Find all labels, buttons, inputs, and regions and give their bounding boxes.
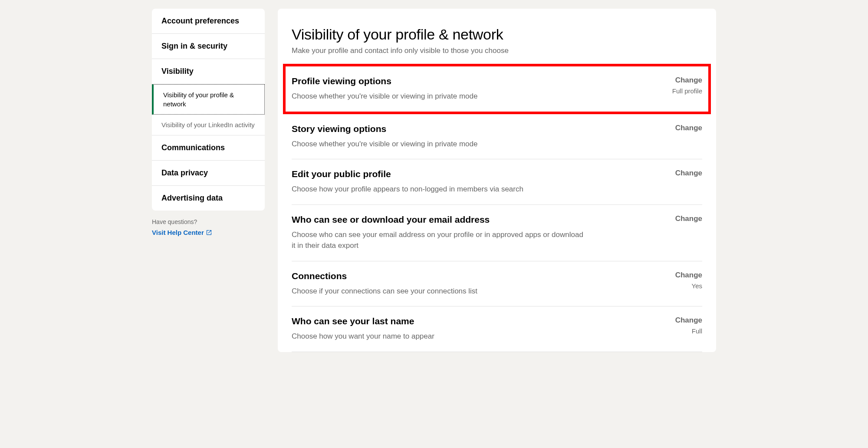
setting-email-address-visibility[interactable]: Who can see or download your email addre…: [292, 205, 702, 261]
setting-right: Change: [659, 124, 702, 135]
status-value: Full: [692, 327, 702, 335]
setting-left: Connections Choose if your connections c…: [292, 271, 659, 297]
sidebar-item-advertising-data[interactable]: Advertising data: [152, 186, 265, 211]
help-center-link[interactable]: Visit Help Center: [152, 229, 212, 236]
setting-title: Edit your public profile: [292, 169, 641, 179]
setting-left: Who can see or download your email addre…: [292, 214, 659, 251]
change-link[interactable]: Change: [659, 316, 702, 325]
status-value: Full profile: [672, 87, 702, 95]
sidebar-sub-visibility-profile-network[interactable]: Visibility of your profile & network: [152, 84, 265, 115]
setting-edit-public-profile[interactable]: Edit your public profile Choose how your…: [292, 159, 702, 205]
help-question-text: Have questions?: [152, 218, 265, 225]
change-link[interactable]: Change: [659, 124, 702, 132]
page-title: Visibility of your profile & network: [292, 26, 702, 43]
setting-title: Who can see your last name: [292, 316, 641, 326]
sidebar-card: Account preferences Sign in & security V…: [152, 9, 265, 211]
page-subtitle: Make your profile and contact info only …: [292, 46, 702, 55]
main-content: Visibility of your profile & network Mak…: [278, 9, 716, 352]
sidebar-item-account-preferences[interactable]: Account preferences: [152, 9, 265, 34]
sidebar-item-visibility[interactable]: Visibility: [152, 59, 265, 84]
external-link-icon: [206, 229, 212, 236]
help-center-link-label: Visit Help Center: [152, 229, 204, 236]
sidebar-item-communications[interactable]: Communications: [152, 135, 265, 161]
setting-right: Change: [659, 214, 702, 226]
setting-desc: Choose how your profile appears to non-l…: [292, 184, 587, 195]
setting-right: Change Full: [659, 316, 702, 335]
setting-right: Change: [659, 169, 702, 180]
setting-title: Story viewing options: [292, 124, 641, 134]
setting-desc: Choose whether you're visible or viewing…: [292, 138, 587, 150]
setting-profile-viewing-options[interactable]: Profile viewing options Choose whether y…: [283, 64, 711, 114]
setting-left: Profile viewing options Choose whether y…: [292, 76, 659, 102]
sidebar-sub-visibility-linkedin-activity[interactable]: Visibility of your LinkedIn activity: [152, 115, 265, 135]
change-link[interactable]: Change: [659, 169, 702, 178]
change-link[interactable]: Change: [659, 76, 702, 85]
setting-right: Change Yes: [659, 271, 702, 290]
setting-desc: Choose if your connections can see your …: [292, 286, 587, 297]
setting-title: Connections: [292, 271, 641, 281]
sidebar-item-data-privacy[interactable]: Data privacy: [152, 161, 265, 186]
setting-left: Edit your public profile Choose how your…: [292, 169, 659, 195]
help-block: Have questions? Visit Help Center: [152, 211, 265, 237]
setting-left: Who can see your last name Choose how yo…: [292, 316, 659, 342]
sidebar: Account preferences Sign in & security V…: [152, 9, 265, 352]
setting-desc: Choose how you want your name to appear: [292, 331, 587, 342]
setting-last-name-visibility[interactable]: Who can see your last name Choose how yo…: [292, 306, 702, 352]
setting-story-viewing-options[interactable]: Story viewing options Choose whether you…: [292, 114, 702, 160]
change-link[interactable]: Change: [659, 214, 702, 223]
setting-left: Story viewing options Choose whether you…: [292, 124, 659, 150]
setting-title: Profile viewing options: [292, 76, 641, 86]
setting-right: Change Full profile: [659, 76, 702, 95]
setting-desc: Choose whether you're visible or viewing…: [292, 91, 587, 102]
change-link[interactable]: Change: [659, 271, 702, 280]
setting-connections[interactable]: Connections Choose if your connections c…: [292, 261, 702, 307]
sidebar-item-sign-in-security[interactable]: Sign in & security: [152, 34, 265, 59]
status-value: Yes: [692, 282, 702, 290]
setting-desc: Choose who can see your email address on…: [292, 229, 587, 251]
setting-title: Who can see or download your email addre…: [292, 214, 641, 225]
